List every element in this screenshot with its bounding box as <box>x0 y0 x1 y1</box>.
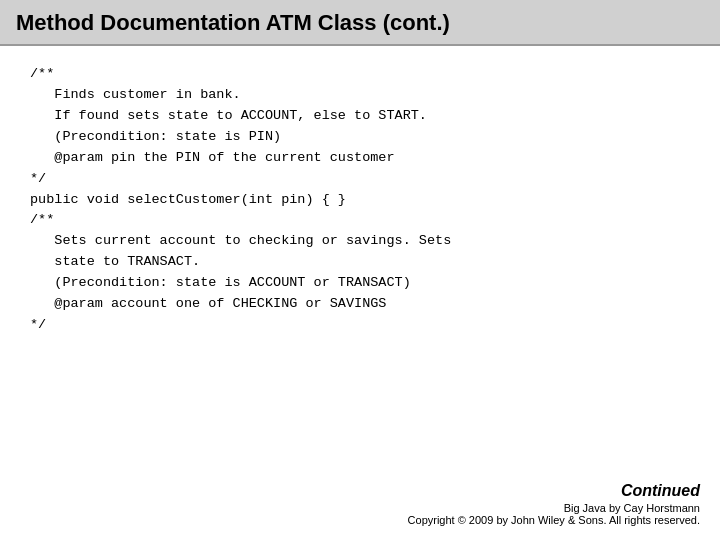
code-block: /** Finds customer in bank. If found set… <box>30 64 690 336</box>
page-header: Method Documentation ATM Class (cont.) <box>0 0 720 46</box>
page-footer: Continued Big Java by Cay Horstmann Copy… <box>408 482 700 526</box>
book-title: Big Java by Cay Horstmann Copyright © 20… <box>408 502 700 526</box>
page-title: Method Documentation ATM Class (cont.) <box>16 10 704 36</box>
main-content: /** Finds customer in bank. If found set… <box>0 46 720 346</box>
continued-label: Continued <box>408 482 700 500</box>
book-name: Big Java by Cay Horstmann <box>564 502 700 514</box>
copyright-text: Copyright © 2009 by John Wiley & Sons. A… <box>408 514 700 526</box>
